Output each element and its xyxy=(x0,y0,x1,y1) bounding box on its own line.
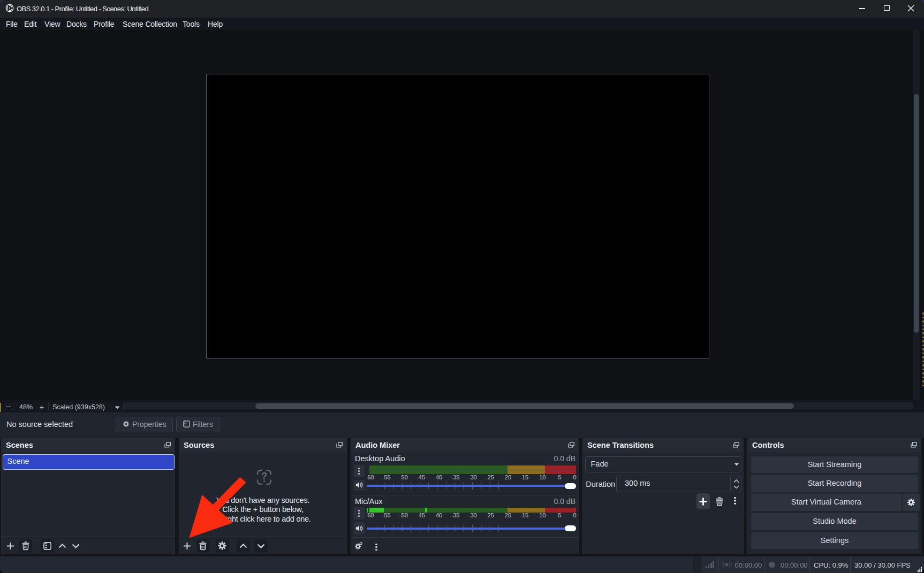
svg-text:?: ? xyxy=(261,470,268,482)
